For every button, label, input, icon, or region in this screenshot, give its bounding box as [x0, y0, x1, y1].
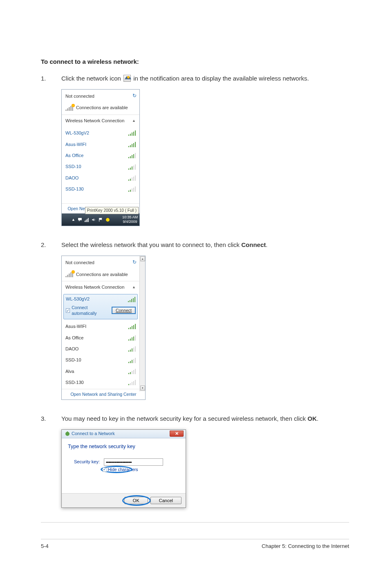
network-name: DAOO — [65, 175, 78, 181]
footer-divider — [41, 522, 349, 523]
signal-strength-icon — [128, 186, 136, 192]
network-item[interactable]: SSD-130 — [62, 377, 139, 388]
network-list: WL-530gV2 Asus-WIFI As Office SSD-10 DAO… — [62, 127, 139, 195]
time-label: 10:35 AM — [122, 215, 138, 220]
step-1: 1. Click the network icon in the notific… — [41, 74, 349, 83]
printkey-icon[interactable] — [105, 218, 110, 222]
network-name: SSD-10 — [65, 164, 81, 170]
panel-header: Not connected ↻ — [62, 256, 139, 269]
screenshot-2: ▴ ▾ Not connected ↻ Connections are avai… — [61, 256, 349, 400]
chapter-label: Chapter 5: Connecting to the Internet — [262, 543, 349, 550]
dialog-heading: Type the network security key — [68, 443, 179, 451]
dialog-title-label: Connect to a Network — [72, 431, 115, 437]
ok-button[interactable]: OK — [124, 497, 148, 504]
step-number: 1. — [41, 74, 61, 83]
refresh-icon[interactable]: ↻ — [132, 259, 137, 266]
connect-button[interactable]: Connect — [112, 307, 135, 314]
network-item[interactable]: As Office — [62, 150, 139, 161]
page-footer: 5-4 Chapter 5: Connecting to the Interne… — [41, 539, 349, 550]
system-tray: ▲ — [63, 217, 110, 222]
network-tray-icon — [123, 75, 131, 82]
network-item[interactable]: SSD-10 — [62, 355, 139, 366]
network-item[interactable]: SSD-10 — [62, 161, 139, 172]
signal-strength-icon — [128, 175, 136, 181]
connect-automatically-label: Connect automatically — [72, 305, 110, 316]
step-3-post: . — [317, 415, 318, 422]
tray-expand-icon[interactable]: ▲ — [72, 217, 75, 222]
open-network-sharing-link[interactable]: Open Network and Sharing Center — [62, 389, 145, 399]
network-name: As Office — [65, 335, 83, 341]
screenshot-1: Not connected ↻ Connections are availabl… — [61, 89, 349, 226]
cancel-button[interactable]: Cancel — [150, 497, 182, 504]
date-label: 9/4/2009 — [122, 220, 138, 224]
scroll-down-icon[interactable]: ▾ — [140, 386, 145, 391]
step-2-pre: Select the wireless network that you wan… — [61, 241, 241, 248]
close-button[interactable]: ✕ — [170, 431, 184, 437]
refresh-icon[interactable]: ↻ — [132, 92, 137, 99]
connections-available-label: Connections are available — [76, 272, 128, 278]
wnc-label: Wireless Network Connection — [65, 118, 124, 124]
signal-strength-icon — [128, 164, 136, 170]
wireless-network-connection-header[interactable]: Wireless Network Connection ▲ — [62, 115, 139, 127]
selected-network-name: WL-530gV2 — [66, 296, 90, 302]
section-title: To connect to a wireless network: — [41, 57, 349, 66]
action-center-icon[interactable] — [78, 218, 82, 222]
network-name: WL-530gV2 — [65, 130, 89, 136]
network-name: As Office — [65, 153, 83, 159]
wireless-network-connection-header[interactable]: Wireless Network Connection ▲ — [62, 281, 139, 293]
signal-bars-icon — [65, 105, 74, 111]
network-name: Asus-WIFI — [65, 141, 86, 148]
network-item[interactable]: DAOO — [62, 343, 139, 355]
signal-strength-icon — [128, 324, 136, 329]
network-item[interactable]: Asus-WIFI — [62, 139, 139, 150]
step-number: 2. — [41, 240, 61, 249]
signal-strength-icon — [128, 369, 136, 374]
printkey-tooltip: PrintKey 2000 v5.10 ( Full ) — [85, 207, 139, 214]
step-3: 3. You may need to key in the network se… — [41, 414, 349, 423]
step-2: 2. Select the wireless network that you … — [41, 240, 349, 249]
step-1-text: Click the network icon in the notificati… — [61, 74, 349, 83]
scroll-up-icon[interactable]: ▴ — [140, 256, 145, 261]
network-item[interactable]: WL-530gV2 — [62, 128, 139, 139]
security-key-label: Security key: — [74, 459, 100, 465]
volume-icon[interactable] — [92, 218, 96, 222]
network-icon[interactable] — [85, 218, 89, 222]
step-number: 3. — [41, 414, 61, 423]
network-item[interactable]: SSD-130 — [62, 184, 139, 195]
svg-point-5 — [106, 218, 110, 222]
scrollbar[interactable]: ▴ ▾ — [139, 256, 145, 391]
security-key-input[interactable] — [104, 458, 163, 466]
signal-bars-icon — [65, 272, 74, 277]
step-1-pre: Click the network icon — [61, 75, 123, 82]
network-name: Asus-WIFI — [65, 323, 86, 330]
network-name: SSD-10 — [65, 357, 81, 363]
chevron-up-icon: ▲ — [132, 285, 136, 290]
svg-rect-4 — [99, 218, 99, 222]
hide-characters-checkbox[interactable] — [103, 467, 107, 472]
svg-rect-1 — [86, 220, 87, 222]
network-item[interactable]: As Office — [62, 332, 139, 343]
signal-strength-icon — [128, 358, 136, 363]
chevron-up-icon: ▲ — [132, 118, 136, 123]
network-name: Alva — [65, 368, 74, 375]
network-name: SSD-130 — [65, 186, 84, 192]
taskbar: PrintKey 2000 v5.10 ( Full ) ▲ 10:35 AM … — [62, 213, 139, 226]
page-number: 5-4 — [41, 543, 49, 550]
network-name: DAOO — [65, 346, 78, 352]
selected-network[interactable]: WL-530gV2 Connect automatically Connect — [63, 294, 138, 319]
network-item[interactable]: Alva — [62, 366, 139, 377]
signal-strength-icon — [128, 335, 136, 341]
connect-bold: Connect — [241, 241, 266, 248]
connections-available-row: Connections are available — [62, 269, 139, 281]
flag-icon[interactable] — [99, 218, 103, 222]
dialog-icon — [65, 431, 70, 436]
clock[interactable]: 10:35 AM 9/4/2009 — [122, 215, 138, 224]
step-1-post: in the notification area to display the … — [132, 75, 309, 82]
not-connected-label: Not connected — [65, 94, 94, 99]
wireless-flyout-panel: Not connected ↻ Connections are availabl… — [61, 89, 140, 226]
network-item[interactable]: DAOO — [62, 173, 139, 184]
connect-automatically-checkbox[interactable] — [66, 308, 70, 313]
panel-header: Not connected ↻ — [62, 90, 139, 102]
network-list: Asus-WIFI As Office DAOO SSD-10 — [62, 320, 139, 389]
network-item[interactable]: Asus-WIFI — [62, 321, 139, 332]
